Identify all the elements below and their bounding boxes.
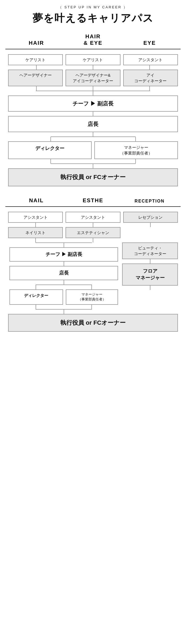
box-reception-row3: フロア マネージャー [122, 263, 178, 286]
box-esthe-row2: エステティシャン [66, 227, 120, 238]
box-chief2: チーフ ▶ 副店長 [9, 247, 118, 262]
section1-row1: ケアリスト ケアリスト アシスタント [5, 54, 181, 65]
nail-column: アシスタント ネイリスト [8, 212, 63, 242]
section2-executive-wrap: 執行役員 or FCオーナー [5, 314, 181, 332]
section2-row1: アシスタント ネイリスト アシスタント エステティシャン レセプション [5, 212, 181, 242]
box-reception-row2: ビューティ・ コーディネーター [122, 242, 178, 259]
box-haireye-row1: ケアリスト [66, 54, 120, 65]
box-director: ディレクター [8, 141, 92, 159]
box-eye-row1: アシスタント [123, 54, 178, 65]
section2-headers: NAIL ESTHE RECEPTION [5, 197, 181, 204]
box-manager-b: 店長 [9, 266, 118, 280]
subtitle: （ STEP UP IN MY CAREER ） [5, 5, 181, 10]
section1-headers: HAIR HAIR & EYE EYE [5, 33, 181, 46]
label-nail: NAIL [8, 197, 65, 204]
label-reception: RECEPTION [121, 198, 178, 204]
label-hair: HAIR [8, 40, 65, 46]
section2-chief-row: チーフ ▶ 副店長 店長 ディレクター マネージャー （事業部責任者） [5, 242, 181, 314]
reception-column-bottom: ビューティ・ コーディネーター フロア マネージャー [122, 242, 178, 290]
section1: HAIR HAIR & EYE EYE ケアリスト ケアリスト アシスタント ヘ… [5, 33, 181, 186]
section1-chief-wrap: チーフ ▶ 副店長 [5, 95, 181, 112]
box-executive: 執行役員 or FCオーナー [8, 168, 178, 186]
vc-row1 [5, 65, 181, 70]
vc-to-chief [5, 91, 181, 95]
box-hair-row1: ケアリスト [8, 54, 63, 65]
main-title: 夢を叶えるキャリアパス [5, 11, 181, 25]
section1-row2: ヘアーデザイナー ヘアーデザイナー& アイコーディネーター アイ コーディネータ… [5, 70, 181, 86]
label-esthe: ESTHE [65, 197, 121, 204]
h-split-1 [5, 136, 181, 137]
box-nail-row1: アシスタント [8, 212, 63, 223]
box-eye-row2: アイ コーディネーター [123, 70, 178, 86]
esthe-column: アシスタント エステティシャン [66, 212, 120, 242]
box-reception-row1: レセプション [123, 212, 178, 223]
label-eye: EYE [121, 40, 178, 46]
box-director2: ディレクター [9, 289, 63, 304]
box-chief: チーフ ▶ 副店長 [8, 95, 178, 112]
box-hair-row2: ヘアーデザイナー [8, 70, 63, 86]
section1-row3: ディレクター マネージャー （事業部責任者） [5, 141, 181, 159]
nail-esthe-chief: チーフ ▶ 副店長 店長 ディレクター マネージャー （事業部責任者） [8, 242, 119, 314]
box-haireye-row2: ヘアーデザイナー& アイコーディネーター [66, 70, 120, 86]
box-nail-row2: ネイリスト [8, 227, 63, 238]
label-hair-eye: HAIR & EYE [65, 33, 121, 46]
box-manager: 店長 [8, 116, 178, 132]
section1-executive-wrap: 執行役員 or FCオーナー [5, 168, 181, 186]
section1-manager-wrap: 店長 [5, 116, 181, 132]
reception-column-top: レセプション [123, 212, 178, 242]
box-manager2: マネージャー （事業部責任者） [94, 141, 178, 159]
box-esthe-row1: アシスタント [66, 212, 120, 223]
section2: NAIL ESTHE RECEPTION アシスタント ネイリスト アシスタント… [5, 197, 181, 332]
vc-row2 [5, 86, 181, 91]
box-executive2: 執行役員 or FCオーナー [8, 314, 178, 332]
box-manager2-b: マネージャー （事業部責任者） [66, 289, 118, 304]
